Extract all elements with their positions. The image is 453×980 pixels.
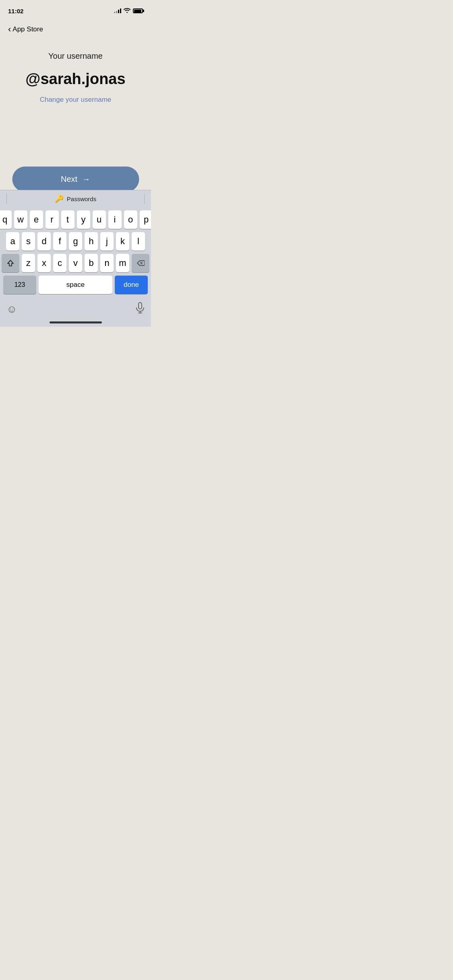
key-z[interactable]: z [22, 254, 35, 272]
back-button[interactable]: ‹ App Store [8, 23, 43, 36]
next-arrow-icon: → [82, 175, 90, 184]
shift-key[interactable] [2, 254, 19, 272]
keyboard-accessory: ☺ [0, 298, 151, 319]
key-u[interactable]: u [93, 210, 106, 229]
numbers-key[interactable]: 123 [3, 276, 36, 294]
key-m[interactable]: m [116, 254, 129, 272]
change-username-link[interactable]: Change your username [40, 96, 112, 104]
key-icon: 🔑 [55, 194, 64, 203]
delete-key[interactable] [132, 254, 149, 272]
key-l[interactable]: l [132, 232, 145, 251]
key-v[interactable]: v [69, 254, 82, 272]
battery-icon [133, 8, 143, 13]
keyboard-toolbar: 🔑 Passwords [0, 190, 151, 207]
key-j[interactable]: j [100, 232, 114, 251]
key-p[interactable]: p [140, 210, 151, 229]
svg-rect-0 [139, 303, 142, 309]
key-o[interactable]: o [124, 210, 137, 229]
main-content: Your username @sarah.jonas Change your u… [0, 39, 151, 104]
keyboard-row-1: q w e r t y u i o p [2, 210, 149, 229]
status-bar: 11:02 [0, 0, 151, 18]
keyboard-row-2: a s d f g h j k l [2, 232, 149, 251]
username-label: Your username [48, 51, 103, 61]
keyboard-row-3: z x c v b n m [2, 254, 149, 272]
key-s[interactable]: s [22, 232, 35, 251]
keyboard-keys: q w e r t y u i o p a s d f g h j k l [0, 207, 151, 298]
key-h[interactable]: h [85, 232, 98, 251]
emoji-button[interactable]: ☺ [6, 303, 17, 315]
next-button-container: Next → [12, 167, 139, 192]
key-g[interactable]: g [69, 232, 82, 251]
signal-icon [114, 8, 121, 13]
next-button[interactable]: Next → [12, 167, 139, 192]
nav-bar: ‹ App Store [0, 19, 151, 39]
home-bar [50, 321, 102, 323]
username-display: @sarah.jonas [25, 70, 125, 88]
key-w[interactable]: w [14, 210, 27, 229]
toolbar-divider-right [144, 194, 145, 204]
key-b[interactable]: b [85, 254, 98, 272]
key-c[interactable]: c [53, 254, 66, 272]
back-chevron-icon: ‹ [8, 24, 11, 35]
home-indicator [0, 319, 151, 327]
keyboard-area: 🔑 Passwords q w e r t y u i o p a s d f … [0, 190, 151, 327]
key-e[interactable]: e [30, 210, 43, 229]
key-x[interactable]: x [37, 254, 51, 272]
microphone-button[interactable] [136, 302, 145, 316]
key-r[interactable]: r [46, 210, 59, 229]
status-icons [114, 8, 143, 14]
back-label: App Store [12, 25, 43, 33]
passwords-text: Passwords [67, 196, 96, 202]
passwords-bar[interactable]: 🔑 Passwords [55, 194, 96, 203]
next-button-label: Next [61, 175, 77, 184]
key-f[interactable]: f [53, 232, 66, 251]
done-key[interactable]: done [115, 276, 148, 294]
key-a[interactable]: a [6, 232, 19, 251]
toolbar-divider-left [6, 194, 7, 204]
status-time: 11:02 [8, 8, 23, 14]
key-q[interactable]: q [0, 210, 12, 229]
key-i[interactable]: i [108, 210, 122, 229]
keyboard-bottom-row: 123 space done [2, 276, 149, 294]
key-d[interactable]: d [37, 232, 51, 251]
wifi-icon [124, 8, 130, 14]
key-k[interactable]: k [116, 232, 129, 251]
space-key[interactable]: space [39, 276, 112, 294]
key-y[interactable]: y [77, 210, 90, 229]
key-t[interactable]: t [61, 210, 74, 229]
key-n[interactable]: n [100, 254, 114, 272]
